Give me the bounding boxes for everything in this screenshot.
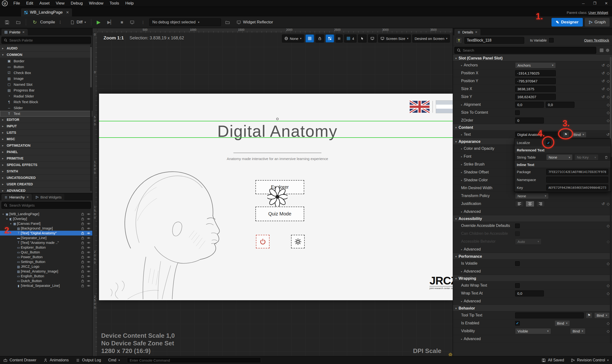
palette-item[interactable]: ◔ Radial Slider xyxy=(0,93,92,99)
window-maximize-icon[interactable]: ❐ xyxy=(589,0,600,7)
all-saved-indicator[interactable]: All Saved xyxy=(542,358,564,362)
compile-button[interactable]: ↻ Compile ⋮ xyxy=(29,18,66,26)
widget-reflector-button[interactable]: Widget Reflector xyxy=(234,18,276,26)
quiz-mode-button[interactable]: Quiz Mode xyxy=(255,207,304,221)
diamond-icon[interactable]: ◇ xyxy=(607,202,610,206)
menu-debug[interactable]: Debug xyxy=(68,0,86,7)
reset-icon[interactable]: ↺ xyxy=(601,87,605,91)
hierarchy-item[interactable]: ▭ Explorer_Button xyxy=(0,245,92,250)
open-textblock-link[interactable]: Open TextBlock xyxy=(584,38,609,42)
visibility-eye-icon[interactable] xyxy=(87,279,90,283)
save-button[interactable] xyxy=(2,18,12,26)
palette-category[interactable]: ▸ PRIMITIVE xyxy=(0,155,92,162)
diamond-icon[interactable]: ◇ xyxy=(607,103,610,107)
expander-icon[interactable]: ▸ xyxy=(2,176,5,179)
diamond-icon[interactable]: ◇ xyxy=(607,71,610,76)
palette-category[interactable]: ▸ SPECIAL EFFECTS xyxy=(0,162,92,168)
lock-icon[interactable] xyxy=(81,212,84,216)
screen-size-dropdown[interactable]: Screen Size ▾ xyxy=(378,34,411,42)
menu-tools[interactable]: Tools xyxy=(107,0,122,7)
reset-icon[interactable]: ↺ xyxy=(601,95,605,99)
diamond-icon[interactable]: ◇ xyxy=(607,321,610,325)
size-to-content-checkbox[interactable]: ✓ xyxy=(515,110,520,115)
designer-mode-button[interactable]: ✎ Designer xyxy=(552,18,583,26)
expander-icon[interactable]: ▸ xyxy=(2,118,5,121)
menu-view[interactable]: View xyxy=(53,0,68,7)
expander-icon[interactable]: ▾ xyxy=(2,53,5,56)
close-icon[interactable]: ✕ xyxy=(22,30,25,34)
expander-icon[interactable]: ▸ xyxy=(2,189,5,192)
hierarchy-item[interactable]: T [Text] "Digital Anatomy" xyxy=(0,231,92,235)
lock-icon[interactable] xyxy=(81,270,84,273)
visibility-eye-icon[interactable] xyxy=(87,270,90,273)
hierarchy-item[interactable]: ▮ [Vertical_Separator_Line] xyxy=(0,283,92,288)
palette-item[interactable]: ¶ Rich Text Block xyxy=(0,99,92,105)
close-icon[interactable]: ✕ xyxy=(475,30,478,34)
animations-button[interactable]: Animations xyxy=(43,358,69,362)
row-wrapping-advanced[interactable]: ▸Advanced xyxy=(453,297,612,305)
diamond-icon[interactable]: ◇ xyxy=(607,239,610,244)
section-content[interactable]: ▾Content xyxy=(453,124,612,131)
diamond-icon[interactable]: ◇ xyxy=(607,95,610,99)
string-table-dropdown[interactable]: None▾ xyxy=(546,154,572,160)
palette-category[interactable]: ▸ SYNTH xyxy=(0,168,92,175)
row-behavior-advanced[interactable]: ▸Advanced xyxy=(453,335,612,343)
row-accessibility-advanced[interactable]: ▸Advanced xyxy=(453,246,612,253)
reset-icon[interactable]: ↺ xyxy=(601,202,605,206)
section-wrapping[interactable]: ▾Wrapping xyxy=(453,275,612,282)
resolution-toggle[interactable] xyxy=(325,34,334,42)
wrap-text-at-input[interactable] xyxy=(515,290,544,296)
visibility-eye-icon[interactable] xyxy=(87,217,90,221)
tab-palette[interactable]: Palette ✕ xyxy=(1,29,28,35)
lock-icon[interactable] xyxy=(81,232,84,235)
visibility-eye-icon[interactable] xyxy=(87,284,90,287)
visibility-eye-icon[interactable] xyxy=(87,255,90,259)
expander-icon[interactable]: ▸ xyxy=(2,170,5,173)
palette-category[interactable]: ▸ INPUT xyxy=(0,123,92,130)
diamond-icon[interactable]: ◇ xyxy=(607,63,610,68)
reset-icon[interactable]: ↺ xyxy=(601,63,605,68)
column-view-icon[interactable] xyxy=(599,48,604,52)
palette-item[interactable]: ☑ Check Box xyxy=(0,70,92,76)
palette-search-input[interactable] xyxy=(9,38,88,42)
lock-icon[interactable] xyxy=(81,279,84,283)
menu-file[interactable]: File xyxy=(11,0,23,7)
scrollbar-thumb[interactable] xyxy=(90,47,92,87)
palette-category[interactable]: ▸ AUDIO xyxy=(0,45,92,52)
browse-asset-button[interactable] xyxy=(14,18,23,26)
visibility-eye-icon[interactable] xyxy=(87,232,90,235)
graph-mode-button[interactable]: Graph xyxy=(585,18,610,26)
palette-item[interactable]: ▤ Progress Bar xyxy=(0,87,92,93)
reset-icon[interactable]: ↺ xyxy=(601,79,605,83)
expander-icon[interactable]: ▸ xyxy=(2,131,5,134)
console-command-input[interactable] xyxy=(127,357,261,363)
visibility-eye-icon[interactable] xyxy=(87,236,90,240)
is-variable-checkbox[interactable]: ✓ xyxy=(549,38,554,42)
hierarchy-item[interactable]: ▨ JRCZ_Logo xyxy=(0,264,92,269)
revision-control-dropdown[interactable]: Revision Control ▾ xyxy=(571,358,609,362)
accessible-behavior-dropdown[interactable]: Auto▾ xyxy=(515,239,542,245)
diamond-icon[interactable]: ◇ xyxy=(607,87,610,91)
hierarchy-item[interactable]: ▨ [Head_Anatomy_Image] xyxy=(0,269,92,274)
palette-category[interactable]: ▸ ADVANCED xyxy=(0,187,92,193)
visibility-eye-icon[interactable] xyxy=(87,246,90,249)
visibility-eye-icon[interactable] xyxy=(87,222,90,225)
visibility-eye-icon[interactable] xyxy=(87,260,90,264)
localization-preview-dropdown[interactable]: None ▾ xyxy=(282,34,304,42)
lock-aspect-toggle[interactable] xyxy=(315,34,324,42)
palette-category[interactable]: ▾ COMMON xyxy=(0,52,92,58)
section-behavior[interactable]: ▾Behavior xyxy=(453,305,612,312)
play-button[interactable]: ▶ xyxy=(94,18,103,26)
can-children-accessible-checkbox[interactable]: ✓ xyxy=(515,232,520,236)
justify-left-button[interactable] xyxy=(515,201,524,207)
hierarchy-item[interactable]: ▾ ◧ [Overlay] xyxy=(0,216,92,221)
close-icon[interactable]: ✕ xyxy=(26,195,29,199)
is-enabled-bind-dropdown[interactable]: Bind▾ xyxy=(555,320,570,326)
menu-window[interactable]: Window xyxy=(86,0,106,7)
palette-category[interactable]: ▸ OPTIMIZATION xyxy=(0,142,92,149)
compile-options-icon[interactable]: ⋮ xyxy=(57,20,63,24)
menu-asset[interactable]: Asset xyxy=(37,0,53,7)
palette-category[interactable]: ▸ LISTS xyxy=(0,130,92,136)
expander-icon[interactable]: ▸ xyxy=(2,163,5,167)
lock-icon[interactable] xyxy=(81,227,84,230)
